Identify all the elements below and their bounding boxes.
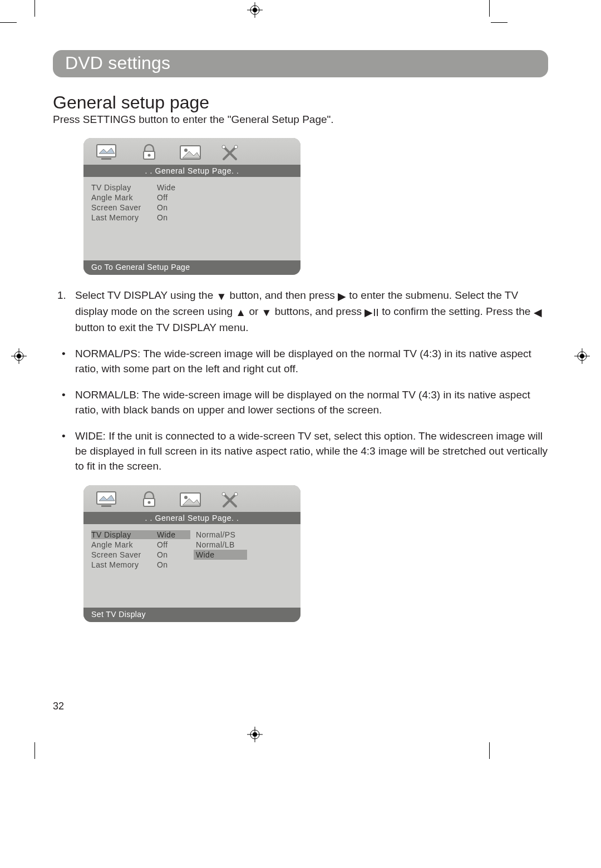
tools-icon: [219, 490, 244, 509]
osd-row: Angle MarkOff: [91, 540, 190, 550]
svg-rect-29: [101, 505, 111, 507]
svg-rect-17: [101, 158, 111, 160]
osd-row: Last MemoryOn: [91, 560, 190, 570]
crop-mark: [489, 742, 490, 759]
tools-icon: [219, 142, 244, 161]
bullet-item: • NORMAL/PS: The wide-screen image will …: [53, 347, 548, 377]
crop-mark: [35, 0, 35, 17]
osd-row: Last MemoryOn: [91, 213, 293, 223]
bullet-list: • NORMAL/PS: The wide-screen image will …: [53, 347, 548, 474]
page-number: 32: [53, 701, 64, 712]
bullet-dot: •: [53, 388, 75, 418]
svg-point-27: [234, 145, 238, 149]
picture-icon: [178, 142, 203, 161]
svg-point-32: [148, 501, 151, 504]
osd-tab-icons: [83, 485, 300, 512]
intro-text: Press SETTINGS button to enter the "Gene…: [53, 114, 548, 126]
osd-footer: Set TV Display: [83, 608, 300, 622]
osd-row: Screen SaverOn: [91, 203, 293, 213]
lock-icon: [137, 490, 161, 509]
svg-point-22: [184, 149, 188, 152]
svg-point-38: [222, 492, 225, 496]
osd-tab-icons: [83, 138, 300, 165]
list-item: 1. Select TV DISPLAY using the ▼ button,…: [53, 288, 548, 336]
osd-row: Angle MarkOff: [91, 193, 293, 203]
crop-mark: [489, 0, 490, 17]
bullet-item: • WIDE: If the unit is connected to a wi…: [53, 429, 548, 474]
registration-mark-bottom: [247, 727, 263, 742]
right-triangle-icon: ▶: [338, 289, 346, 304]
osd-footer: Go To General Setup Page: [83, 260, 300, 275]
monitor-icon: [96, 142, 120, 161]
crop-mark: [0, 22, 17, 23]
registration-mark-right: [574, 348, 590, 364]
down-triangle-icon: ▼: [262, 305, 272, 320]
lock-icon: [137, 142, 161, 161]
subsection-title: General setup page: [53, 93, 548, 112]
osd-submenu: Normal/PS Normal/LB Wide: [194, 530, 247, 602]
registration-mark-left: [11, 348, 27, 364]
osd-option: Normal/LB: [194, 540, 247, 550]
bullet-dot: •: [53, 347, 75, 377]
osd-menu-screenshot: . . General Setup Page. . TV DisplayWide…: [83, 485, 300, 622]
osd-title-bar: . . General Setup Page. .: [83, 512, 300, 524]
monitor-icon: [96, 490, 120, 509]
bullet-text: NORMAL/LB: The wide-screen image will be…: [75, 388, 548, 418]
list-text: Select TV DISPLAY using the ▼ button, an…: [75, 288, 548, 336]
registration-mark-top: [247, 2, 263, 18]
crop-mark: [35, 742, 35, 759]
osd-row: Screen SaverOn: [91, 550, 190, 560]
svg-point-26: [222, 145, 225, 149]
svg-point-20: [148, 154, 151, 157]
osd-row: TV DisplayWide: [91, 183, 293, 193]
osd-option: Normal/PS: [194, 530, 247, 540]
osd-title-bar: . . General Setup Page. .: [83, 165, 300, 177]
crop-mark: [491, 22, 508, 23]
bullet-text: NORMAL/PS: The wide-screen image will be…: [75, 347, 548, 377]
bullet-item: • NORMAL/LB: The wide-screen image will …: [53, 388, 548, 418]
osd-row-selected: TV DisplayWide: [91, 530, 190, 540]
osd-body: TV DisplayWide Angle MarkOff Screen Save…: [83, 524, 300, 608]
list-number: 1.: [53, 288, 75, 336]
picture-icon: [178, 490, 203, 509]
osd-menu-screenshot: . . General Setup Page. . TV DisplayWide…: [83, 138, 300, 275]
instruction-list: 1. Select TV DISPLAY using the ▼ button,…: [53, 288, 548, 336]
svg-point-39: [234, 492, 238, 496]
up-triangle-icon: ▲: [235, 305, 246, 320]
svg-point-34: [184, 496, 188, 499]
bullet-text: WIDE: If the unit is connected to a wide…: [75, 429, 548, 474]
play-pause-icon: ▶II: [364, 305, 379, 320]
left-triangle-icon: ◀: [534, 305, 542, 320]
down-triangle-icon: ▼: [216, 289, 226, 304]
bullet-dot: •: [53, 429, 75, 474]
section-banner: DVD settings: [53, 50, 548, 77]
osd-body: TV DisplayWide Angle MarkOff Screen Save…: [83, 177, 300, 260]
page-content: DVD settings General setup page Press SE…: [53, 50, 548, 723]
osd-option-selected: Wide: [194, 550, 247, 560]
